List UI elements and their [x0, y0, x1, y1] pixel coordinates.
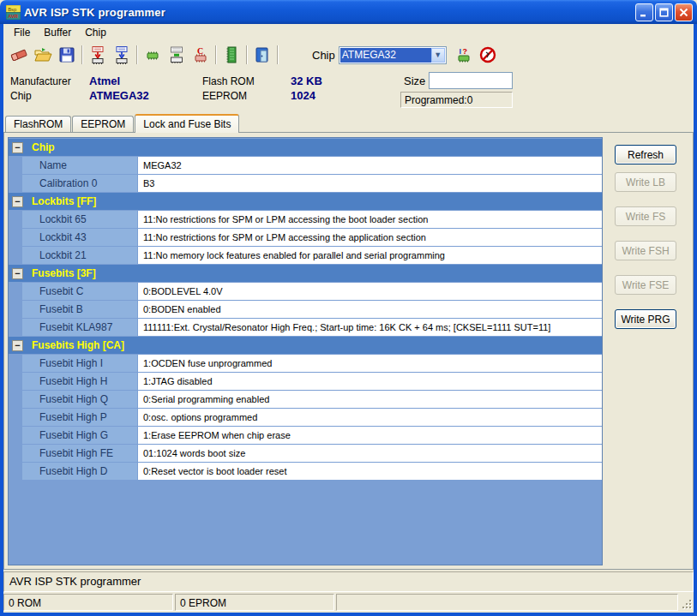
tab-lock-and-fuse-bits[interactable]: Lock and Fuse Bits	[135, 114, 239, 133]
table-row[interactable]: Lockbit 6511:No restrictions for SPM or …	[9, 211, 602, 228]
verify-chip-icon[interactable]	[165, 44, 189, 66]
row-value-cell[interactable]: 0:BODEN enabled	[138, 301, 602, 318]
chip-select-value: ATMEGA32	[340, 48, 431, 63]
row-value-cell[interactable]: 111111:Ext. Crystal/Resonator High Freq.…	[138, 319, 602, 336]
table-row[interactable]: NameMEGA32	[9, 157, 602, 174]
read-chip-icon[interactable]	[110, 44, 134, 66]
row-value-cell[interactable]: 11:No restrictions for SPM or LPM access…	[138, 229, 602, 246]
menu-item-buffer[interactable]: Buffer	[37, 25, 78, 40]
section-header-row[interactable]: −Chip	[9, 139, 602, 156]
svg-text:AVR: AVR	[8, 14, 19, 19]
chip-identify-icon[interactable]: I?	[452, 44, 476, 66]
tab-flashrom[interactable]: FlashROM	[5, 116, 71, 132]
row-label-cell: Fusebit High G	[22, 427, 137, 444]
chevron-down-icon[interactable]: ▼	[431, 48, 445, 63]
refresh-button[interactable]: Refresh	[615, 145, 676, 164]
row-gutter	[9, 319, 21, 336]
menu-item-chip[interactable]: Chip	[78, 25, 113, 40]
row-label-cell: Lockbit 43	[22, 229, 137, 246]
row-label-cell: Fusebit High H	[22, 373, 137, 390]
title-bar: Bsp AVR AVR ISP STK programmer	[0, 0, 697, 24]
tab-strip: FlashROMEEPROMLock and Fuse Bits	[3, 113, 694, 132]
status-bar: 0 ROM0 EPROM	[3, 592, 694, 613]
table-row[interactable]: Fusebit High H1:JTAG disabled	[9, 373, 602, 390]
row-value-cell[interactable]: 0:BODLEVEL 4.0V	[138, 283, 602, 300]
row-value-cell[interactable]: 0:Serial programming enabled	[138, 391, 602, 408]
row-value-cell[interactable]: 11:No memory lock features enabled for p…	[138, 247, 602, 264]
section-title: Chip	[32, 141, 55, 153]
row-value-cell[interactable]: 1:JTAG disabled	[138, 373, 602, 390]
row-value-cell[interactable]: 1:OCDEN fuse unprogrammed	[138, 355, 602, 372]
size-input[interactable]	[429, 72, 513, 89]
menu-item-file[interactable]: File	[7, 25, 37, 40]
row-value-cell[interactable]: 1:Erase EEPROM when chip erase	[138, 427, 602, 444]
menu-bar: FileBufferChip	[3, 24, 694, 41]
write-lb-button[interactable]: Write LB	[615, 172, 676, 192]
side-button-column: RefreshWrite LBWrite FSWrite FSHWrite FS…	[615, 133, 683, 561]
row-label-cell: Lockbit 65	[22, 211, 137, 228]
write-fse-button[interactable]: Write FSE	[615, 275, 676, 295]
minimize-button[interactable]	[635, 3, 653, 21]
write-fsh-button[interactable]: Write FSH	[615, 241, 676, 260]
blank-chip-icon[interactable]	[141, 44, 165, 66]
row-value-cell[interactable]: 0:Reset vector is boot loader reset	[138, 463, 602, 480]
section-header-row[interactable]: −Fusebits High [CA]	[9, 337, 602, 354]
maximize-button[interactable]	[655, 3, 673, 21]
close-button[interactable]	[675, 3, 693, 21]
row-label-cell: Calibration 0	[22, 175, 137, 192]
device-info-panel: Manufacturer Atmel Chip ATMEGA32 Flash R…	[3, 69, 694, 113]
row-value-cell[interactable]: 0:osc. options programmed	[138, 409, 602, 426]
cancel-icon[interactable]	[476, 44, 500, 66]
table-row[interactable]: Fusebit KLA987111111:Ext. Crystal/Resona…	[9, 319, 602, 336]
erase-chip-icon[interactable]	[7, 44, 31, 66]
toolbar-separator	[136, 45, 138, 64]
save-file-icon[interactable]	[55, 44, 79, 66]
tab-eeprom[interactable]: EEPROM	[72, 116, 134, 132]
table-row[interactable]: Fusebit High FE01:1024 words boot size	[9, 445, 602, 462]
row-value-cell[interactable]: MEGA32	[138, 157, 602, 174]
toolbar-separator	[246, 45, 248, 64]
svg-text:Bsp: Bsp	[8, 6, 16, 11]
exit-icon[interactable]	[250, 44, 274, 66]
row-gutter	[9, 283, 21, 300]
compare-chip-icon[interactable]: C	[189, 44, 213, 66]
table-row[interactable]: Lockbit 4311:No restrictions for SPM or …	[9, 229, 602, 246]
collapse-icon[interactable]: −	[12, 268, 23, 279]
collapse-icon[interactable]: −	[12, 196, 23, 207]
row-label-cell: Name	[22, 157, 137, 174]
toolbar-separator	[277, 45, 279, 64]
table-row[interactable]: Fusebit High G1:Erase EEPROM when chip e…	[9, 427, 602, 444]
row-label-cell: Fusebit High P	[22, 409, 137, 426]
resize-grip-icon[interactable]	[680, 594, 694, 611]
section-header-row[interactable]: −Lockbits [FF]	[9, 193, 602, 210]
table-row[interactable]: Calibration 0B3	[9, 175, 602, 192]
open-file-icon[interactable]	[31, 44, 55, 66]
collapse-icon[interactable]: −	[12, 142, 23, 153]
row-label-cell: Fusebit High Q	[22, 391, 137, 408]
table-row[interactable]: Fusebit B0:BODEN enabled	[9, 301, 602, 318]
chip-select-combo[interactable]: ATMEGA32 ▼	[339, 46, 447, 64]
svg-text:I: I	[459, 47, 461, 56]
section-header-row[interactable]: −Fusebits [3F]	[9, 265, 602, 282]
table-row[interactable]: Fusebit High P0:osc. options programmed	[9, 409, 602, 426]
size-label: Size	[404, 75, 425, 87]
table-row[interactable]: Fusebit High Q0:Serial programming enabl…	[9, 391, 602, 408]
table-row[interactable]: Lockbit 2111:No memory lock features ena…	[9, 247, 602, 264]
section-title: Fusebits High [CA]	[32, 339, 124, 351]
write-fs-button[interactable]: Write FS	[615, 206, 676, 226]
toolbar: C Chip ATMEGA32 ▼ I?	[3, 41, 694, 69]
collapse-icon[interactable]: −	[12, 340, 23, 351]
row-value-cell[interactable]: B3	[138, 175, 602, 192]
row-value-cell[interactable]: 01:1024 words boot size	[138, 445, 602, 462]
client-area: FileBufferChip	[0, 24, 697, 616]
write-prg-button[interactable]: Write PRG	[615, 309, 676, 329]
table-row[interactable]: Fusebit High I1:OCDEN fuse unprogrammed	[9, 355, 602, 372]
memory-icon[interactable]	[219, 44, 243, 66]
status-panel-3	[336, 594, 678, 611]
write-chip-icon[interactable]	[86, 44, 110, 66]
table-row[interactable]: Fusebit High D0:Reset vector is boot loa…	[9, 463, 602, 480]
fuse-grid: −ChipNameMEGA32Calibration 0B3−Lockbits …	[8, 137, 603, 565]
table-row[interactable]: Fusebit C0:BODLEVEL 4.0V	[9, 283, 602, 300]
svg-text:?: ?	[462, 47, 467, 56]
row-value-cell[interactable]: 11:No restrictions for SPM or LPM access…	[138, 211, 602, 228]
